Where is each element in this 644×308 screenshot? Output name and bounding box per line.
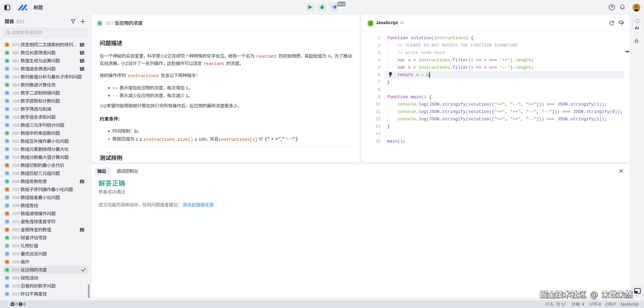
svg-text:610: 610 <box>12 292 20 297</box>
svg-text:604: 604 <box>12 243 20 248</box>
svg-text:600: 600 <box>12 211 20 216</box>
svg-text:591: 591 <box>12 139 20 144</box>
svg-text:598: 598 <box>12 195 20 200</box>
svg-text:590: 590 <box>12 131 20 136</box>
svg-text:...: ... <box>73 42 77 47</box>
svg-text:586: 586 <box>12 99 20 104</box>
svg-text:589: 589 <box>12 123 20 128</box>
svg-text:605: 605 <box>12 251 20 256</box>
svg-text:602: 602 <box>12 227 20 232</box>
svg-text:593: 593 <box>12 155 20 160</box>
svg-text:608: 608 <box>12 275 20 281</box>
svg-text:580: 580 <box>12 50 20 55</box>
svg-text:585: 585 <box>12 90 20 96</box>
svg-text:579: 579 <box>12 42 20 47</box>
svg-text:609: 609 <box>12 284 20 289</box>
svg-text:582: 582 <box>12 66 20 71</box>
svg-text:587: 587 <box>12 107 20 112</box>
svg-text:594: 594 <box>12 163 20 168</box>
svg-text:581: 581 <box>12 58 20 63</box>
svg-text:583: 583 <box>12 74 20 79</box>
svg-text:596: 596 <box>12 179 20 184</box>
svg-text:584: 584 <box>12 82 20 87</box>
svg-text:597: 597 <box>12 187 20 192</box>
svg-text:595: 595 <box>12 171 20 176</box>
svg-text:592: 592 <box>12 147 20 152</box>
svg-text:610: 610 <box>16 19 24 24</box>
svg-text:606: 606 <box>12 259 20 264</box>
svg-text:599: 599 <box>12 203 20 208</box>
svg-text:603: 603 <box>12 235 20 240</box>
svg-text:601: 601 <box>12 219 20 224</box>
svg-text:588: 588 <box>12 115 20 120</box>
